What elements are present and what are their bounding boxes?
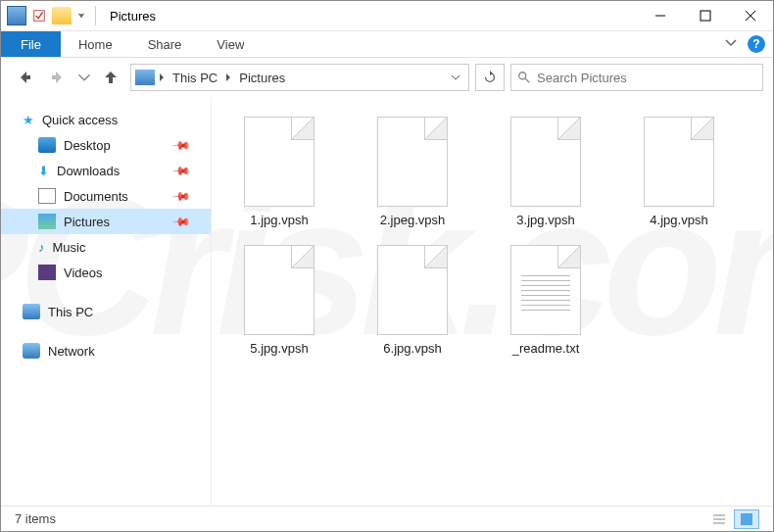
sidebar-item-desktop[interactable]: Desktop📌 — [1, 132, 211, 158]
address-bar[interactable]: This PC Pictures — [130, 64, 469, 91]
sidebar-item-label: Pictures — [64, 215, 110, 229]
svg-line-6 — [525, 78, 529, 82]
status-bar: 7 items — [1, 506, 773, 531]
sidebar-this-pc[interactable]: This PC — [1, 299, 211, 324]
title-bar: Pictures — [1, 1, 773, 31]
chevron-right-icon[interactable] — [223, 69, 233, 86]
svg-rect-2 — [701, 11, 710, 21]
file-name-label: 4.jpg.vpsh — [650, 213, 707, 227]
pictures-icon — [38, 214, 56, 229]
sidebar-item-label: Desktop — [64, 138, 111, 153]
recent-locations-dropdown-icon[interactable] — [77, 64, 91, 91]
svg-rect-0 — [34, 11, 45, 22]
sidebar-item-label: This PC — [48, 305, 93, 319]
sidebar-network[interactable]: Network — [1, 338, 211, 363]
quick-access-dropdown-icon[interactable] — [75, 1, 87, 30]
star-icon: ★ — [23, 113, 34, 127]
file-grid[interactable]: 1.jpg.vpsh2.jpeg.vpsh3.jpg.vpsh4.jpg.vps… — [212, 97, 773, 506]
chevron-right-icon[interactable] — [157, 69, 167, 86]
tab-share[interactable]: Share — [130, 31, 200, 57]
file-item[interactable]: 4.jpg.vpsh — [621, 117, 737, 227]
file-item[interactable]: 3.jpg.vpsh — [488, 117, 604, 227]
file-name-label: 2.jpeg.vpsh — [380, 213, 446, 227]
close-button[interactable] — [728, 1, 773, 30]
tab-home[interactable]: Home — [61, 31, 130, 57]
quick-access-properties-icon[interactable] — [30, 7, 48, 24]
breadcrumb-this-pc[interactable]: This PC — [169, 71, 221, 85]
file-item[interactable]: 6.jpg.vpsh — [355, 245, 470, 356]
expand-ribbon-icon[interactable] — [724, 35, 738, 53]
search-input[interactable] — [537, 71, 756, 85]
svg-point-5 — [519, 73, 526, 79]
forward-button[interactable] — [44, 64, 72, 91]
file-thumb-icon — [244, 117, 314, 207]
breadcrumb-pictures[interactable]: Pictures — [235, 71, 289, 85]
sidebar-item-label: Videos — [64, 266, 103, 280]
search-box[interactable] — [510, 64, 763, 91]
videos-icon — [38, 265, 56, 280]
nav-bar: This PC Pictures — [1, 58, 773, 97]
tab-view[interactable]: View — [199, 31, 262, 57]
maximize-button[interactable] — [683, 1, 728, 30]
sidebar-item-music[interactable]: ♪Music — [1, 234, 211, 260]
file-thumb-icon — [510, 245, 581, 335]
search-icon — [517, 71, 531, 84]
details-view-button[interactable] — [706, 509, 732, 529]
file-thumb-icon — [377, 117, 448, 207]
help-icon[interactable]: ? — [748, 35, 765, 53]
minimize-button[interactable] — [638, 1, 683, 30]
sidebar-item-label: Music — [53, 240, 86, 255]
file-tab[interactable]: File — [1, 31, 61, 57]
file-thumb-icon — [510, 117, 581, 207]
sidebar-quick-access[interactable]: ★ Quick access — [1, 107, 211, 132]
window-title: Pictures — [104, 9, 156, 24]
network-icon — [23, 343, 40, 359]
svg-rect-10 — [741, 513, 752, 525]
file-item[interactable]: 2.jpeg.vpsh — [355, 117, 470, 227]
downloads-icon: ⬇ — [38, 164, 49, 178]
sidebar-item-videos[interactable]: Videos — [1, 260, 211, 285]
file-item[interactable]: 1.jpg.vpsh — [221, 117, 337, 227]
nav-pane: ★ Quick access Desktop📌⬇Downloads📌Docume… — [1, 97, 212, 506]
sidebar-item-label: Quick access — [42, 113, 118, 127]
file-name-label: 6.jpg.vpsh — [383, 341, 441, 356]
file-name-label: 1.jpg.vpsh — [250, 213, 308, 227]
refresh-button[interactable] — [475, 64, 505, 91]
up-button[interactable] — [97, 64, 124, 91]
sidebar-item-label: Documents — [64, 189, 128, 204]
item-count: 7 items — [15, 511, 56, 526]
location-icon — [135, 70, 155, 85]
title-separator — [95, 6, 96, 25]
desktop-icon — [38, 137, 56, 153]
sidebar-item-pictures[interactable]: Pictures📌 — [1, 209, 211, 234]
file-name-label: 3.jpg.vpsh — [516, 213, 574, 227]
pin-icon: 📌 — [171, 135, 192, 156]
pc-icon — [23, 304, 40, 319]
thumbnails-view-button[interactable] — [734, 509, 759, 529]
pin-icon: 📌 — [171, 186, 192, 207]
ribbon: File Home Share View ? — [1, 31, 773, 58]
app-icon — [7, 6, 26, 25]
sidebar-item-downloads[interactable]: ⬇Downloads📌 — [1, 158, 211, 183]
sidebar-item-label: Network — [48, 344, 95, 359]
file-thumb-icon — [644, 117, 714, 207]
pin-icon: 📌 — [171, 161, 192, 181]
back-button[interactable] — [11, 64, 38, 91]
sidebar-item-documents[interactable]: Documents📌 — [1, 183, 211, 209]
file-name-label: _readme.txt — [512, 341, 580, 356]
sidebar-item-label: Downloads — [57, 164, 120, 178]
file-name-label: 5.jpg.vpsh — [250, 341, 308, 356]
file-thumb-icon — [244, 245, 314, 335]
music-icon: ♪ — [38, 240, 45, 255]
file-thumb-icon — [377, 245, 448, 335]
folder-icon — [52, 7, 72, 24]
documents-icon — [38, 188, 56, 204]
address-dropdown-icon[interactable] — [447, 73, 464, 82]
pin-icon: 📌 — [171, 212, 192, 232]
file-item[interactable]: _readme.txt — [488, 245, 604, 356]
file-item[interactable]: 5.jpg.vpsh — [221, 245, 337, 356]
